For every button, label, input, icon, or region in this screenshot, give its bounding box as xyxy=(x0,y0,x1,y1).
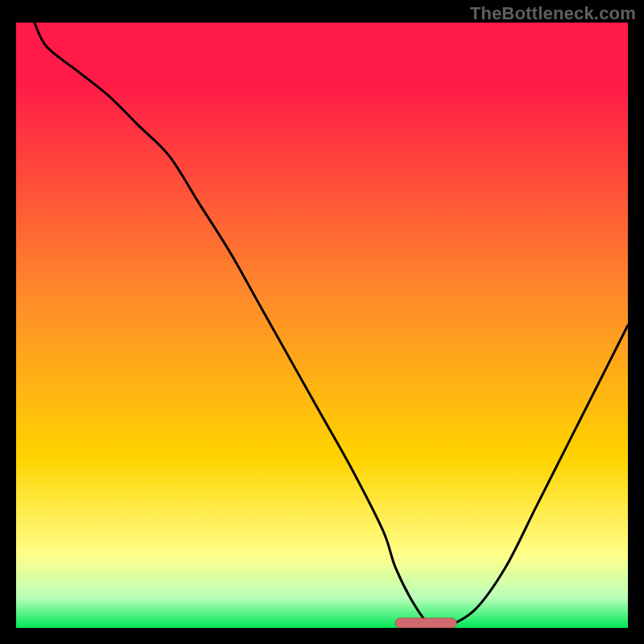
bottleneck-chart xyxy=(16,23,628,628)
plot-area xyxy=(16,23,628,628)
optimum-marker xyxy=(395,618,456,628)
watermark-text: TheBottleneck.com xyxy=(470,3,636,24)
chart-frame: TheBottleneck.com xyxy=(0,0,644,644)
gradient-background xyxy=(16,23,628,628)
